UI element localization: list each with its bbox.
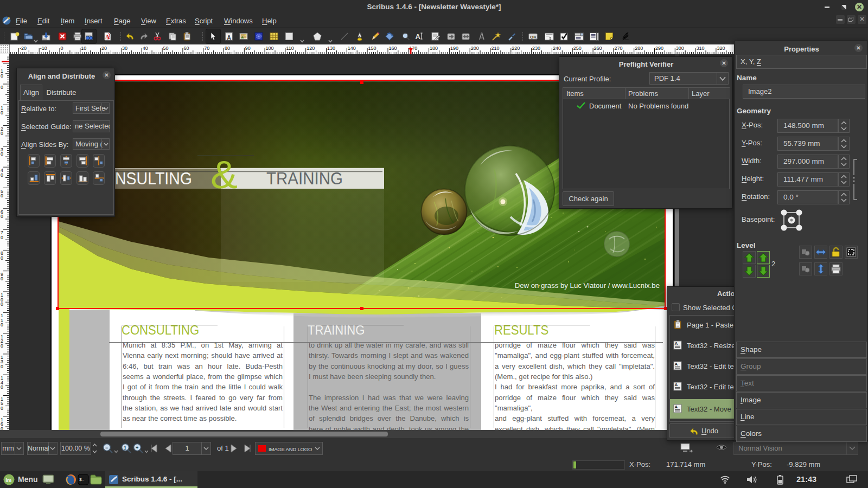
svg-text:0: 0 (1, 235, 3, 240)
svg-text:230: 230 (532, 46, 540, 51)
svg-text:-10: -10 (40, 46, 47, 51)
svg-text:110: 110 (286, 46, 293, 51)
svg-text:240: 240 (553, 46, 561, 51)
svg-text:0: 0 (1, 384, 3, 390)
svg-text:150: 150 (368, 46, 376, 51)
svg-text:0: 0 (1, 343, 3, 349)
svg-text:290: 290 (655, 46, 663, 51)
svg-text:250: 250 (573, 46, 582, 51)
svg-text:-20: -20 (20, 46, 27, 51)
svg-text:0: 0 (1, 322, 3, 328)
svg-text:120: 120 (307, 46, 315, 51)
svg-text:A: A (675, 404, 678, 409)
svg-text:220: 220 (512, 46, 520, 51)
svg-text:1: 1 (124, 445, 126, 451)
svg-text:0: 0 (1, 426, 3, 430)
svg-text:50: 50 (163, 46, 169, 51)
svg-text:60: 60 (183, 46, 189, 51)
svg-text:lm: lm (5, 477, 11, 483)
svg-text:+: + (136, 445, 138, 451)
svg-text:−: − (105, 445, 108, 451)
svg-text:310: 310 (697, 46, 705, 51)
svg-text:0: 0 (1, 406, 3, 411)
svg-text:0: 0 (61, 46, 63, 51)
svg-text:300: 300 (676, 46, 684, 51)
svg-text:$–: $– (79, 477, 85, 482)
svg-text:OK: OK (530, 35, 537, 40)
svg-text:0: 0 (1, 214, 3, 219)
svg-text:0: 0 (1, 255, 3, 261)
svg-text:280: 280 (635, 46, 643, 51)
svg-text:210: 210 (492, 46, 500, 51)
svg-text:10: 10 (81, 46, 86, 51)
svg-text:160: 160 (389, 46, 397, 51)
svg-text:200: 200 (471, 46, 479, 51)
svg-text:100: 100 (266, 46, 274, 51)
svg-text:20: 20 (101, 46, 107, 51)
svg-text:0: 0 (1, 276, 3, 281)
svg-text:260: 260 (594, 46, 602, 51)
svg-text:320: 320 (717, 46, 725, 51)
svg-text:270: 270 (614, 46, 622, 51)
svg-text:0: 0 (1, 364, 3, 369)
svg-text:0: 0 (1, 193, 3, 198)
svg-text:70: 70 (204, 46, 209, 51)
svg-text:130: 130 (327, 46, 335, 51)
svg-text:190: 190 (450, 46, 458, 51)
svg-text:A: A (227, 35, 231, 41)
svg-text:0: 0 (1, 110, 3, 115)
svg-text:A: A (416, 33, 421, 41)
svg-text:140: 140 (348, 46, 356, 51)
svg-text:0: 0 (1, 85, 3, 90)
svg-text:180: 180 (430, 46, 438, 51)
svg-text:40: 40 (143, 46, 148, 51)
svg-text:0: 0 (1, 172, 3, 178)
svg-text:30: 30 (122, 46, 127, 51)
svg-text:A: A (675, 362, 678, 367)
svg-text:80: 80 (225, 46, 230, 51)
svg-text:0: 0 (1, 131, 3, 136)
svg-text:A: A (675, 341, 678, 346)
svg-text:A: A (675, 382, 678, 387)
svg-text:0: 0 (1, 151, 3, 157)
svg-text:90: 90 (245, 46, 251, 51)
svg-text:0: 0 (1, 73, 3, 79)
svg-text:0: 0 (1, 301, 3, 307)
